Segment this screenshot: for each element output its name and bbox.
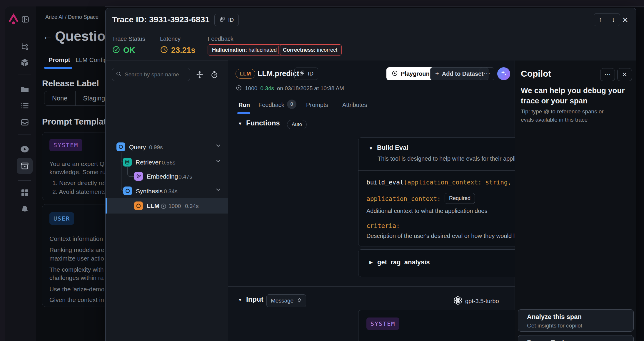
close-modal-button[interactable]: ✕: [622, 16, 628, 25]
prompt-template-heading: Prompt Template: [42, 117, 105, 127]
copy-icon: [219, 16, 225, 23]
stopwatch-icon[interactable]: [210, 70, 218, 80]
expand-get-rag-icon[interactable]: ▶: [369, 260, 373, 265]
collapse-input-icon[interactable]: ▼: [238, 297, 242, 302]
previous-trace-button[interactable]: ↑: [594, 14, 607, 26]
correctness-badge-value: incorrect: [317, 47, 337, 53]
tab-feedback[interactable]: Feedback: [258, 102, 284, 108]
bell-icon[interactable]: [19, 204, 30, 214]
release-label-segmented: None Staging P: [44, 91, 105, 106]
system-line: knowledge. Some ru: [49, 169, 105, 176]
expand-rows-icon[interactable]: [196, 70, 204, 80]
copy-span-id-button[interactable]: ID: [294, 68, 318, 80]
more-actions-button[interactable]: ⋯: [480, 67, 494, 80]
input-mode-select[interactable]: Message: [266, 294, 306, 307]
chevron-down-icon[interactable]: [215, 142, 221, 150]
tab-prompts[interactable]: Prompts: [306, 102, 328, 108]
span-row-query[interactable]: Query 0.99s: [106, 140, 228, 154]
user-line: challenges within ra: [49, 274, 104, 281]
user-role-badge: USER: [49, 212, 74, 225]
span-search-box[interactable]: [112, 68, 190, 81]
tab-run[interactable]: Run: [238, 102, 250, 108]
span-name: Embedding: [147, 173, 178, 180]
play-circle-icon[interactable]: [19, 144, 30, 154]
input-heading: Input: [246, 295, 263, 303]
trace-status-value: OK: [112, 46, 135, 55]
tab-llm-config[interactable]: LLM Config: [76, 56, 105, 63]
span-name: Query: [129, 144, 146, 151]
tab-prompt[interactable]: Prompt: [49, 56, 70, 63]
drawer-icon[interactable]: [19, 117, 30, 127]
span-row-retriever[interactable]: Retriever 0.56s: [106, 155, 228, 169]
user-template-card: USER Context information Ranking models …: [42, 204, 105, 307]
folder-icon[interactable]: [19, 84, 30, 95]
copilot-heading: We can help you debug your trace or your…: [521, 85, 628, 106]
chevron-down-icon[interactable]: [215, 158, 221, 165]
auto-badge: Auto: [287, 120, 307, 129]
chevron-down-icon[interactable]: [215, 187, 221, 194]
signature-fn-name: build_eval: [366, 179, 403, 186]
sparkle-icon: [500, 69, 508, 78]
system-role-badge: SYSTEM: [49, 139, 82, 151]
chain-span-icon: [123, 187, 132, 195]
token-count[interactable]: 1000: [245, 85, 257, 92]
user-line: Given the context in: [49, 296, 104, 303]
trace-status-label: Trace Status: [112, 36, 145, 42]
trace-tree-icon[interactable]: [19, 41, 30, 51]
param-criteria: criteria:: [366, 222, 400, 229]
span-row-embedding[interactable]: Embedding 0.47s: [106, 169, 228, 184]
span-row-llm-selected[interactable]: LLM 1000 0.34s: [106, 198, 228, 214]
param-application-context-desc: Additional context to what the applicati…: [366, 208, 487, 214]
trace-detail-modal: Trace ID: 3931-3923-6831 ID ↑ ↓ ✕ Trace …: [105, 8, 636, 341]
plus-icon: +: [435, 70, 439, 78]
tab-attributes[interactable]: Attributes: [342, 102, 367, 108]
system-line: You are an expert Q: [49, 160, 104, 167]
span-duration: 0.47s: [178, 174, 192, 180]
correctness-badge[interactable]: Correctness: incorrect: [278, 44, 342, 56]
correctness-badge-name: Correctness:: [283, 47, 316, 53]
sidebar: [5, 6, 36, 341]
cube-icon[interactable]: [19, 57, 30, 68]
back-arrow-icon[interactable]: ←: [43, 31, 53, 42]
copy-trace-id-button[interactable]: ID: [214, 14, 239, 26]
feedback-label: Feedback: [208, 36, 233, 42]
span-tree-panel: Query 0.99s Retriever 0.56s Embedding 0.…: [106, 61, 228, 341]
collapse-sidebar-icon[interactable]: [21, 15, 29, 23]
search-icon: [116, 71, 122, 78]
collapse-build-eval-icon[interactable]: ▼: [369, 146, 373, 151]
token-icon: [236, 85, 242, 92]
build-eval-title: Build Eval: [377, 144, 408, 152]
span-search-input[interactable]: [125, 71, 183, 78]
param-application-context: application_context:: [366, 195, 441, 202]
analyze-span-card[interactable]: Analyze this span Get insights for copil…: [518, 309, 634, 332]
copilot-more-button[interactable]: ⋯: [600, 68, 615, 81]
llm-span-icon: [134, 201, 143, 210]
collapse-functions-icon[interactable]: ▼: [238, 121, 242, 126]
feedback-count-badge: 0: [287, 100, 296, 109]
next-trace-button[interactable]: ↓: [607, 14, 620, 26]
hallucination-badge[interactable]: Hallucination: hallucinated: [208, 44, 281, 56]
archive-icon[interactable]: [19, 161, 30, 171]
grid-icon[interactable]: [19, 187, 30, 198]
copy-trace-id-label: ID: [228, 17, 234, 23]
latency-text: 23.21s: [171, 46, 196, 55]
copilot-close-button[interactable]: ✕: [617, 68, 632, 81]
segment-staging[interactable]: Staging: [76, 91, 105, 105]
user-line: Ranking models are: [49, 246, 104, 253]
segment-none[interactable]: None: [44, 91, 76, 105]
latency-value: 23.21s: [160, 46, 196, 55]
select-chevrons-icon: [297, 298, 302, 304]
status-ok-text: OK: [123, 46, 135, 55]
list-icon[interactable]: [19, 100, 30, 111]
breadcrumb[interactable]: Arize AI / Demo Space: [45, 14, 99, 20]
run-eval-title: Run an Eval: [527, 339, 564, 341]
span-detail-panel: LLM LLM.predict ID Playground + Add to D…: [228, 61, 515, 341]
span-row-synthesis[interactable]: Synthesis 0.34s: [106, 184, 228, 198]
input-mode-value: Message: [271, 298, 293, 304]
retriever-span-icon: [123, 158, 132, 167]
arize-logo[interactable]: [8, 13, 19, 26]
copilot-sparkle-button[interactable]: [497, 67, 510, 80]
run-eval-card[interactable]: Run an Eval: [518, 335, 634, 341]
token-icon: [160, 203, 167, 211]
chain-span-icon: [116, 142, 125, 151]
